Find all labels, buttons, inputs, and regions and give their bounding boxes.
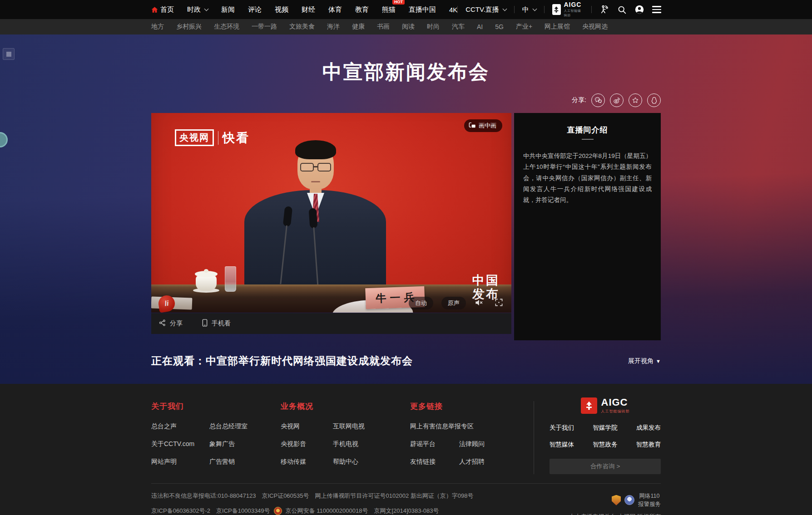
footer-col-more: 更多链接 网上有害信息举报专区 辟谣平台 法律顾问 友情链接 人才招聘 xyxy=(410,401,534,474)
footer-link[interactable]: 关于我们 xyxy=(550,424,587,432)
footer-link[interactable]: 关于CCTV.com xyxy=(151,440,209,448)
nav-comment[interactable]: 评论 xyxy=(248,5,262,14)
footer-columns: 关于我们 总台之声 总台总经理室 关于CCTV.com 象舞广告 网站声明 广告… xyxy=(151,401,661,474)
footer-link[interactable]: 网站声明 xyxy=(151,458,209,466)
share-button[interactable]: 分享 xyxy=(158,319,183,328)
video-toolbar: 分享 手机看 xyxy=(151,313,511,334)
nav-live-china[interactable]: 直播中国 xyxy=(409,5,436,14)
nav-home[interactable]: 首页 xyxy=(151,5,174,14)
subnav-item[interactable]: 文旅美食 xyxy=(289,23,315,31)
divider xyxy=(514,6,515,13)
kuaikan-logo: 快看 xyxy=(223,130,250,146)
main-menu: 首页 时政 新闻 评论 视频 财经 体育 教育 熊猫 HOT 直播中国 4K xyxy=(151,5,457,14)
footer-link[interactable]: 人才招聘 xyxy=(459,458,534,466)
nav-panda[interactable]: 熊猫 HOT xyxy=(382,5,396,14)
footer-link[interactable]: 法律顾问 xyxy=(459,440,534,448)
footer-link[interactable]: 互联网电视 xyxy=(333,422,410,431)
nav-finance[interactable]: 财经 xyxy=(302,5,315,14)
subnav-item[interactable]: 健康 xyxy=(352,23,365,31)
language-switch[interactable]: 中 xyxy=(522,5,536,14)
net110-label: 网络110 报警服务 xyxy=(638,492,661,508)
net110-badges[interactable]: 网络110 报警服务 xyxy=(612,492,661,508)
footer-link[interactable]: 友情链接 xyxy=(410,458,459,466)
footer-link[interactable]: 央视网 xyxy=(281,422,333,431)
title-divider xyxy=(582,139,594,140)
nav-politics[interactable]: 时政 xyxy=(187,5,208,14)
share-qq-icon[interactable] xyxy=(647,93,661,107)
share-weibo-icon[interactable] xyxy=(610,93,624,107)
footer-link[interactable]: 总台总经理室 xyxy=(209,422,281,431)
original-audio-button[interactable]: 原声 xyxy=(441,297,466,309)
player-row: 牛一兵 央视网 快看 画中画 中国 发布 li xyxy=(151,113,661,340)
nav-video[interactable]: 视频 xyxy=(275,5,288,14)
user-icon[interactable] xyxy=(634,5,644,15)
subnav-item[interactable]: 地方 xyxy=(151,23,164,31)
side-widget-circle[interactable] xyxy=(0,132,8,147)
subnav-item[interactable]: 网上展馆 xyxy=(545,23,570,31)
footer-link[interactable]: 辟谣平台 xyxy=(410,440,459,448)
aigc-logo-footer[interactable]: AIGC 人工智能编辑部 xyxy=(550,397,661,414)
footer-link[interactable]: 智慧政务 xyxy=(593,441,617,449)
footer-link[interactable]: 总台之声 xyxy=(151,422,209,431)
subnav-item[interactable]: 产业+ xyxy=(516,23,532,31)
subnav-item[interactable]: 海洋 xyxy=(327,23,340,31)
nav-sports[interactable]: 体育 xyxy=(328,5,342,14)
side-widget-icon[interactable] xyxy=(3,48,15,60)
subnav-item[interactable]: 一带一路 xyxy=(252,23,277,31)
subnav-item[interactable]: 乡村振兴 xyxy=(176,23,202,31)
subnav-item[interactable]: 书画 xyxy=(377,23,390,31)
footer-link[interactable]: 央视影音 xyxy=(281,440,333,448)
subnav-item[interactable]: 央视网选 xyxy=(582,23,608,31)
nav-education[interactable]: 教育 xyxy=(355,5,369,14)
footer-col-aigc: AIGC 人工智能编辑部 关于我们 智媒学院 成果发布 智慧媒体 智慧政务 智慧… xyxy=(534,401,661,474)
nav-cctv-live[interactable]: CCTV.直播 xyxy=(465,5,506,14)
shield-blue-icon xyxy=(624,495,634,505)
pip-button[interactable]: 画中画 xyxy=(464,119,502,132)
subnav-item[interactable]: 时尚 xyxy=(427,23,440,31)
menu-icon[interactable] xyxy=(652,6,661,13)
accessibility-icon[interactable] xyxy=(599,5,609,15)
subnav-item[interactable]: 5G xyxy=(495,23,504,30)
expand-views-button[interactable]: 展开视角 ▼ xyxy=(628,357,661,365)
aigc-name: AIGC xyxy=(564,1,584,8)
fullscreen-icon[interactable] xyxy=(495,298,503,309)
footer-link[interactable]: 手机电视 xyxy=(333,440,410,448)
search-icon[interactable] xyxy=(617,5,627,15)
footer-link[interactable]: 移动传媒 xyxy=(281,458,333,466)
share-qzone-icon[interactable] xyxy=(629,93,642,107)
nav-4k[interactable]: 4K xyxy=(449,6,457,14)
watch-on-mobile-button[interactable]: 手机看 xyxy=(202,319,231,328)
channel-watermark: 央视网 快看 xyxy=(175,129,250,146)
footer-link[interactable]: 智媒学院 xyxy=(593,424,617,432)
footer-link-report[interactable]: 网上有害信息举报专区 xyxy=(410,422,534,431)
shield-orange-icon xyxy=(612,495,621,505)
subnav-item[interactable]: AI xyxy=(477,23,483,30)
footer-link[interactable]: 智慧教育 xyxy=(636,441,661,449)
mute-icon[interactable] xyxy=(474,299,483,309)
legal-section: 违法和不良信息举报电话:010-88047123 京ICP证060535号 网上… xyxy=(0,483,812,515)
aigc-icon xyxy=(552,4,561,15)
footer-link[interactable]: 象舞广告 xyxy=(209,440,281,448)
cooperation-button[interactable]: 合作咨询 > xyxy=(550,459,661,474)
subnav-item[interactable]: 阅读 xyxy=(402,23,415,31)
share-wechat-icon[interactable] xyxy=(591,93,605,107)
aigc-subtitle: 人工智能编辑部 xyxy=(564,9,584,18)
video-player[interactable]: 牛一兵 央视网 快看 画中画 中国 发布 li xyxy=(151,113,511,313)
footer-heading: 更多链接 xyxy=(410,401,534,412)
quality-auto-button[interactable]: 自动 xyxy=(409,297,433,309)
nav-news[interactable]: 新闻 xyxy=(221,5,235,14)
live-hero: 中宣部新闻发布会 分享: xyxy=(0,34,812,384)
footer-link[interactable]: 广告营销 xyxy=(209,458,281,466)
footer-link[interactable]: 成果发布 xyxy=(636,424,661,432)
footer-link[interactable]: 帮助中心 xyxy=(333,458,410,466)
microphone xyxy=(308,208,317,228)
footer-heading: 业务概况 xyxy=(281,401,410,412)
divider xyxy=(591,6,592,13)
expand-caret-icon: ▼ xyxy=(656,358,661,364)
aigc-logo-header[interactable]: AIGC 人工智能编辑部 xyxy=(552,1,584,18)
share-label: 分享: xyxy=(572,96,586,104)
subnav-item[interactable]: 汽车 xyxy=(452,23,465,31)
subnav-item[interactable]: 生态环境 xyxy=(214,23,239,31)
speaker-glasses xyxy=(300,163,314,172)
footer-link[interactable]: 智慧媒体 xyxy=(550,441,587,449)
